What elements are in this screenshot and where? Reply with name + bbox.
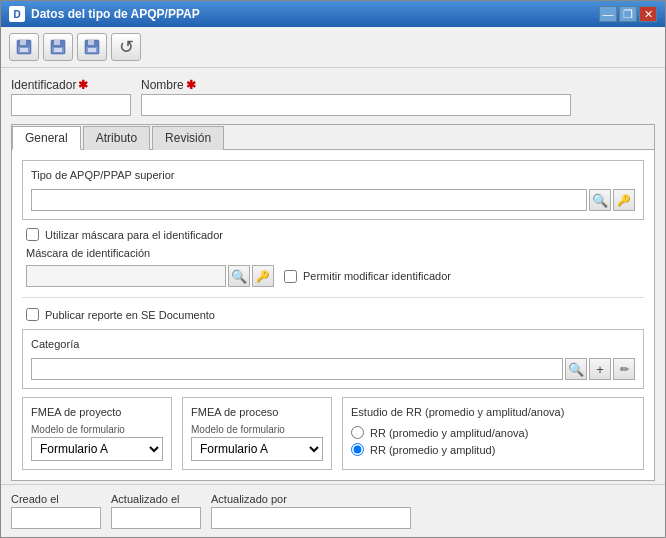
main-window: D Datos del tipo de APQP/PPAP — ❐ ✕ ↺ Id… <box>0 0 666 538</box>
categoria-search-btn[interactable]: 🔍 <box>565 358 587 380</box>
actualizado-por-label: Actualizado por <box>211 493 411 505</box>
fmea-proceso-section: FMEA de proceso Modelo de formulario For… <box>182 397 332 470</box>
mask-input[interactable] <box>26 265 226 287</box>
close-button[interactable]: ✕ <box>639 6 657 22</box>
superior-section-title: Tipo de APQP/PPAP superior <box>31 169 635 181</box>
window-title: Datos del tipo de APQP/PPAP <box>31 7 200 21</box>
categoria-input-row: 🔍 + ✏ <box>31 358 635 380</box>
permit-modify-label: Permitir modificar identificador <box>303 270 451 282</box>
categoria-input[interactable] <box>31 358 563 380</box>
actualizado-input[interactable] <box>111 507 201 529</box>
radio-rr-1[interactable] <box>351 426 364 439</box>
actualizado-field: Actualizado el <box>111 493 201 529</box>
fmea-proyecto-title: FMEA de proyecto <box>31 406 163 418</box>
divider-1 <box>22 297 644 298</box>
tab-atributo[interactable]: Atributo <box>83 126 150 150</box>
radio-label-1: RR (promedio y amplitud/anova) <box>370 427 528 439</box>
bottom-sections: FMEA de proyecto Modelo de formulario Fo… <box>22 397 644 470</box>
id-input[interactable] <box>11 94 131 116</box>
svg-rect-9 <box>88 40 94 45</box>
id-field-group: Identificador ✱ <box>11 78 131 116</box>
id-required: ✱ <box>78 78 88 92</box>
general-tab-content: Tipo de APQP/PPAP superior 🔍 🔑 Utilizar … <box>12 150 654 480</box>
tab-revision[interactable]: Revisión <box>152 126 224 150</box>
tab-bar: General Atributo Revisión <box>12 125 654 150</box>
publish-label: Publicar reporte en SE Documento <box>45 309 215 321</box>
categoria-add-btn[interactable]: + <box>589 358 611 380</box>
permit-modify-checkbox[interactable] <box>284 270 297 283</box>
superior-search-btn[interactable]: 🔍 <box>589 189 611 211</box>
fmea-proyecto-select[interactable]: Formulario A Formulario B Formulario C <box>32 438 162 460</box>
categoria-section: Categoría 🔍 + ✏ <box>22 329 644 389</box>
superior-key-btn[interactable]: 🔑 <box>613 189 635 211</box>
use-mask-label: Utilizar máscara para el identificador <box>45 229 223 241</box>
restore-button[interactable]: ❐ <box>619 6 637 22</box>
mask-section: Utilizar máscara para el identificador M… <box>22 228 644 287</box>
fmea-proceso-select-wrap: Formulario A Formulario B Formulario C <box>191 437 323 461</box>
actualizado-por-input[interactable] <box>211 507 411 529</box>
use-mask-row: Utilizar máscara para el identificador <box>26 228 640 241</box>
nombre-required: ✱ <box>186 78 196 92</box>
nombre-field-group: Nombre ✱ <box>141 78 571 116</box>
window-icon: D <box>9 6 25 22</box>
tab-panel: General Atributo Revisión Tipo de APQP/P… <box>11 124 655 481</box>
superior-input-row: 🔍 🔑 <box>31 189 635 211</box>
nombre-input[interactable] <box>141 94 571 116</box>
superior-section: Tipo de APQP/PPAP superior 🔍 🔑 <box>22 160 644 220</box>
main-content: Identificador ✱ Nombre ✱ General Atribut… <box>1 68 665 484</box>
radio-label-2: RR (promedio y amplitud) <box>370 444 495 456</box>
permitir-row: Permitir modificar identificador <box>284 270 451 283</box>
actualizado-label: Actualizado el <box>111 493 201 505</box>
id-label: Identificador ✱ <box>11 78 131 92</box>
mask-input-row: 🔍 🔑 Permitir modificar identificador <box>26 265 640 287</box>
toolbar: ↺ <box>1 27 665 68</box>
fmea-proceso-select[interactable]: Formulario A Formulario B Formulario C <box>192 438 322 460</box>
title-buttons: — ❐ ✕ <box>599 6 657 22</box>
top-fields: Identificador ✱ Nombre ✱ <box>11 78 655 116</box>
categoria-label: Categoría <box>31 338 635 350</box>
title-bar: D Datos del tipo de APQP/PPAP — ❐ ✕ <box>1 1 665 27</box>
creado-label: Creado el <box>11 493 101 505</box>
footer: Creado el Actualizado el Actualizado por <box>1 484 665 537</box>
categoria-edit-btn[interactable]: ✏ <box>613 358 635 380</box>
tab-general[interactable]: General <box>12 126 81 150</box>
form-model-label-1: Modelo de formulario <box>31 424 163 435</box>
title-bar-left: D Datos del tipo de APQP/PPAP <box>9 6 200 22</box>
save-button-2[interactable] <box>43 33 73 61</box>
radio-rr-2[interactable] <box>351 443 364 456</box>
svg-rect-11 <box>88 48 96 52</box>
radio-row-1: RR (promedio y amplitud/anova) <box>351 426 635 439</box>
form-model-label-2: Modelo de formulario <box>191 424 323 435</box>
svg-rect-7 <box>54 48 62 52</box>
svg-rect-5 <box>54 40 60 45</box>
fmea-proceso-title: FMEA de proceso <box>191 406 323 418</box>
mask-input-wrap: 🔍 🔑 <box>26 265 274 287</box>
svg-rect-3 <box>20 48 28 52</box>
creado-input[interactable] <box>11 507 101 529</box>
actualizado-por-field: Actualizado por <box>211 493 411 529</box>
estudio-title: Estudio de RR (promedio y amplitud/anova… <box>351 406 635 418</box>
estudio-section: Estudio de RR (promedio y amplitud/anova… <box>342 397 644 470</box>
refresh-button[interactable]: ↺ <box>111 33 141 61</box>
svg-rect-1 <box>20 40 26 45</box>
publish-row: Publicar reporte en SE Documento <box>22 308 644 321</box>
creado-field: Creado el <box>11 493 101 529</box>
minimize-button[interactable]: — <box>599 6 617 22</box>
mask-key-btn[interactable]: 🔑 <box>252 265 274 287</box>
use-mask-checkbox[interactable] <box>26 228 39 241</box>
mask-search-btn[interactable]: 🔍 <box>228 265 250 287</box>
save-button-1[interactable] <box>9 33 39 61</box>
fmea-proyecto-select-wrap: Formulario A Formulario B Formulario C <box>31 437 163 461</box>
nombre-label: Nombre ✱ <box>141 78 571 92</box>
superior-input[interactable] <box>31 189 587 211</box>
radio-row-2: RR (promedio y amplitud) <box>351 443 635 456</box>
fmea-proyecto-section: FMEA de proyecto Modelo de formulario Fo… <box>22 397 172 470</box>
save-button-3[interactable] <box>77 33 107 61</box>
publish-checkbox[interactable] <box>26 308 39 321</box>
mask-label-text: Máscara de identificación <box>26 247 640 259</box>
